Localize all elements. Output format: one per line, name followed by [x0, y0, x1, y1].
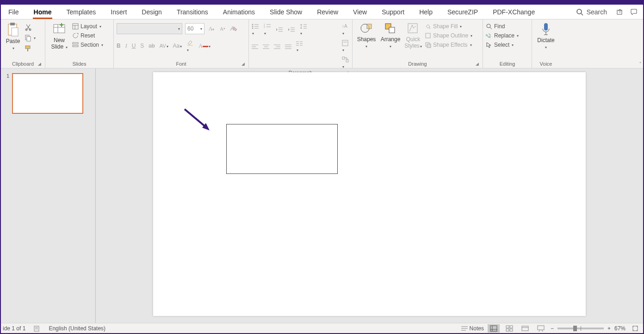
svg-rect-72 — [427, 44, 431, 48]
svg-rect-11 — [27, 49, 28, 51]
tab-templates[interactable]: Templates — [59, 5, 103, 19]
shape-effects-button[interactable]: Shape Effects▾ — [425, 42, 472, 48]
font-color-button[interactable]: A▾ — [198, 43, 211, 49]
section-button[interactable]: Section▾ — [72, 42, 103, 48]
paste-button[interactable]: Paste▾ — [4, 21, 22, 52]
text-direction-button[interactable]: ↕A▾ — [342, 23, 349, 36]
notes-label: Notes — [470, 325, 484, 332]
shape-fill-button[interactable]: Shape Fill▾ — [425, 23, 472, 30]
shapes-button[interactable]: Shapes▾ — [355, 21, 378, 50]
increase-font-icon[interactable]: A▴ — [207, 25, 216, 33]
align-right-icon[interactable] — [274, 44, 280, 49]
change-case-button[interactable]: Aa▾ — [173, 43, 182, 49]
align-left-icon[interactable] — [252, 44, 258, 49]
svg-rect-61 — [342, 40, 348, 46]
comments-icon[interactable] — [628, 6, 639, 18]
dictate-label: Dictate — [537, 37, 554, 43]
cut-icon[interactable] — [24, 23, 32, 31]
copy-button[interactable]: ▾ — [24, 34, 36, 42]
select-button[interactable]: Select▾ — [486, 42, 519, 48]
zoom-slider[interactable] — [557, 328, 604, 329]
columns-button[interactable]: ▾ — [296, 41, 303, 53]
language-status[interactable]: English (United States) — [49, 325, 105, 332]
rectangle-shape[interactable] — [226, 124, 338, 174]
tab-pdfxchange[interactable]: PDF-XChange — [485, 5, 542, 19]
decrease-font-icon[interactable]: A▾ — [218, 25, 227, 33]
align-center-icon[interactable] — [263, 44, 269, 49]
svg-point-27 — [252, 28, 254, 29]
tab-support[interactable]: Support — [374, 5, 412, 19]
spacing-button[interactable]: AV▾ — [160, 43, 168, 49]
format-painter-icon[interactable] — [24, 44, 32, 53]
tab-design[interactable]: Design — [134, 5, 169, 19]
font-size-combo[interactable]: 60▾ — [185, 23, 204, 34]
search-box[interactable]: Search — [571, 8, 612, 16]
shadow-button[interactable]: S — [140, 43, 144, 49]
zoom-in-button[interactable]: + — [607, 325, 611, 332]
line-spacing-button[interactable]: ▾ — [300, 23, 307, 36]
clear-format-icon[interactable]: A — [229, 25, 238, 33]
reading-view-icon[interactable] — [519, 324, 531, 333]
replace-button[interactable]: abReplace ▾ — [486, 32, 519, 39]
slide-canvas-area[interactable] — [96, 68, 643, 323]
replace-label: Replace — [494, 32, 514, 39]
workspace: 1 — [1, 68, 643, 323]
tab-help[interactable]: Help — [412, 5, 440, 19]
notes-button[interactable]: Notes — [461, 325, 484, 332]
tab-review[interactable]: Review — [310, 5, 346, 19]
zoom-out-button[interactable]: − — [551, 325, 554, 332]
tab-insert[interactable]: Insert — [103, 5, 134, 19]
tab-file[interactable]: File — [1, 5, 26, 19]
numbering-button[interactable]: 12▾ — [264, 23, 271, 36]
drawing-launcher-icon[interactable]: ◢ — [476, 61, 479, 67]
bold-button[interactable]: B — [117, 43, 121, 49]
increase-indent-icon[interactable] — [288, 26, 295, 33]
section-label: Section — [80, 42, 99, 48]
align-text-button[interactable]: ▾ — [342, 40, 349, 53]
clipboard-launcher-icon[interactable]: ◢ — [38, 61, 41, 67]
fit-window-icon[interactable] — [629, 324, 641, 333]
slideshow-view-icon[interactable] — [535, 324, 547, 333]
dictate-button[interactable]: Dictate▾ — [535, 21, 557, 51]
bullets-button[interactable]: ▾ — [252, 23, 259, 36]
spellcheck-icon[interactable] — [33, 324, 41, 333]
tab-home[interactable]: Home — [26, 5, 59, 19]
sorter-view-icon[interactable] — [503, 324, 515, 333]
reset-button[interactable]: Reset — [72, 32, 103, 39]
highlight-button[interactable]: ▾ — [186, 39, 194, 53]
new-slide-button[interactable]: New Slide ▾ — [48, 21, 70, 51]
find-button[interactable]: Find — [486, 23, 519, 30]
normal-view-icon[interactable] — [488, 324, 500, 333]
font-name-combo[interactable]: ▾ — [117, 23, 182, 34]
font-launcher-icon[interactable]: ◢ — [242, 61, 245, 67]
tab-view[interactable]: View — [346, 5, 374, 19]
italic-button[interactable]: I — [125, 43, 127, 49]
smartart-button[interactable]: ▾ — [342, 56, 349, 69]
svg-rect-21 — [187, 45, 193, 46]
drawing-group-label: Drawing — [408, 61, 427, 67]
layout-button[interactable]: Layout▾ — [72, 23, 103, 30]
justify-icon[interactable] — [285, 44, 291, 49]
decrease-indent-icon[interactable] — [276, 26, 283, 33]
arrange-button[interactable]: Arrange▾ — [379, 21, 402, 50]
slide[interactable] — [153, 72, 586, 316]
svg-rect-84 — [490, 326, 497, 331]
svg-text:a: a — [486, 33, 488, 37]
tab-animations[interactable]: Animations — [216, 5, 262, 19]
zoom-level[interactable]: 67% — [614, 325, 625, 332]
svg-rect-5 — [12, 28, 18, 36]
tab-transitions[interactable]: Transitions — [169, 5, 216, 19]
collapse-ribbon-icon[interactable]: ˆ — [639, 62, 641, 67]
shape-outline-button[interactable]: Shape Outline▾ — [425, 32, 472, 39]
quick-styles-button[interactable]: Quick Styles▾ — [403, 21, 423, 50]
share-icon[interactable] — [614, 6, 625, 18]
font-size-value: 60 — [187, 25, 193, 32]
tab-securezip[interactable]: SecureZIP — [440, 5, 485, 19]
underline-button[interactable]: U — [132, 43, 136, 49]
svg-line-95 — [542, 330, 543, 332]
titlebar — [1, 1, 643, 5]
slide-thumbnail-1[interactable] — [12, 73, 83, 114]
strike-button[interactable]: ab — [149, 43, 155, 49]
reset-label: Reset — [80, 32, 95, 39]
tab-slideshow[interactable]: Slide Show — [262, 5, 310, 19]
